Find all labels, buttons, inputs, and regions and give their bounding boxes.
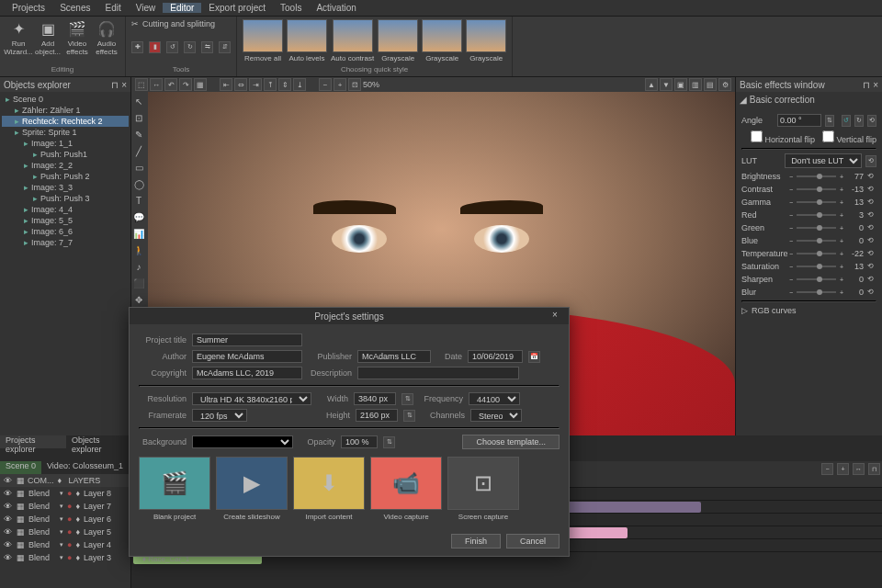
- angle-spinner[interactable]: ⇅: [825, 115, 834, 127]
- reset-icon[interactable]: ⟲: [867, 262, 876, 271]
- background-select[interactable]: [192, 435, 293, 448]
- tool-cut[interactable]: ✚: [131, 41, 143, 53]
- reset-icon[interactable]: ⟲: [867, 185, 876, 194]
- ct-zoom-out[interactable]: −: [319, 78, 332, 91]
- menu-activation[interactable]: Activation: [309, 3, 363, 13]
- ct-zoom-fit[interactable]: ⊡: [348, 78, 361, 91]
- st-text[interactable]: T: [131, 193, 146, 208]
- layer-row[interactable]: 👁▦Blend▾●♦Layer 8: [0, 487, 130, 500]
- tl-zoom-in[interactable]: +: [837, 463, 849, 475]
- basic-correction-header[interactable]: Basic correction: [750, 95, 815, 105]
- ct-layer-down[interactable]: ▼: [660, 78, 673, 91]
- layer-row[interactable]: 👁▦Blend▾●♦Layer 4: [0, 538, 130, 551]
- frequency-select[interactable]: 44100 Hz: [469, 392, 520, 405]
- ct-redo[interactable]: ↷: [179, 78, 192, 91]
- st-ellipse[interactable]: ◯: [131, 176, 146, 191]
- width-input[interactable]: [354, 392, 396, 405]
- ct-align-r[interactable]: ⇥: [249, 78, 262, 91]
- publisher-input[interactable]: [357, 350, 431, 363]
- tool-split[interactable]: ▮: [149, 41, 161, 53]
- tree-item[interactable]: ▸ Image: 4_4: [2, 204, 129, 215]
- opacity-spinner[interactable]: ⇅: [383, 436, 395, 448]
- tl-zoom-out[interactable]: −: [821, 463, 833, 475]
- st-move[interactable]: ✥: [131, 292, 146, 307]
- vflip-checkbox[interactable]: [822, 130, 834, 142]
- menu-edit[interactable]: Edit: [97, 3, 128, 13]
- blue-slider[interactable]: [797, 240, 836, 242]
- audio-effects-button[interactable]: 🎧Audio effects: [94, 19, 119, 56]
- st-tooltip[interactable]: 💬: [131, 209, 146, 224]
- layer-row[interactable]: 👁▦Blend▾●♦Layer 7: [0, 500, 130, 513]
- style-thumb-grayscale[interactable]: Grayscale: [378, 19, 418, 62]
- lut-reset-icon[interactable]: ⟲: [865, 155, 876, 167]
- projects-explorer-tab[interactable]: Projects explorer: [0, 435, 66, 448]
- st-audio[interactable]: ♪: [131, 259, 146, 274]
- video-tab[interactable]: Video: Colosseum_1: [41, 461, 129, 474]
- date-input[interactable]: [468, 350, 523, 363]
- rgb-curves-header[interactable]: RGB curves: [752, 306, 797, 315]
- layer-row[interactable]: 👁▦Blend▾●♦Layer 3: [0, 551, 130, 564]
- menu-scenes[interactable]: Scenes: [52, 3, 97, 13]
- object-tree[interactable]: ▸ Scene 0▸ Zähler: Zähler 1▸ Rechteck: R…: [0, 92, 130, 250]
- close-icon[interactable]: ×: [873, 80, 878, 90]
- ct-layout1[interactable]: ▣: [674, 78, 687, 91]
- red-slider[interactable]: [797, 214, 836, 216]
- menu-projects[interactable]: Projects: [5, 3, 52, 13]
- reset-icon[interactable]: ⟲: [867, 210, 876, 220]
- finish-button[interactable]: Finish: [451, 534, 501, 548]
- ct-move[interactable]: ↔: [150, 78, 163, 91]
- ct-align-t[interactable]: ⤒: [264, 78, 277, 91]
- eye-icon[interactable]: 👁: [4, 476, 13, 485]
- ct-zoom-in[interactable]: +: [334, 78, 346, 91]
- ct-align-c[interactable]: ⇔: [234, 78, 247, 91]
- copyright-input[interactable]: [192, 367, 302, 379]
- saturation-slider[interactable]: [797, 266, 836, 267]
- st-crop[interactable]: ⊡: [131, 110, 146, 125]
- add-object-button[interactable]: ▣Add object...: [35, 19, 61, 56]
- video-effects-button[interactable]: 🎬Video effects: [64, 19, 90, 56]
- ct-select[interactable]: ⬚: [135, 78, 148, 91]
- tl-fit[interactable]: ↔: [853, 463, 865, 475]
- width-spinner[interactable]: ⇅: [401, 393, 413, 405]
- tree-item[interactable]: ▸ Image: 2_2: [2, 160, 129, 171]
- reset-icon[interactable]: ⟲: [867, 249, 876, 258]
- sharpen-slider[interactable]: [797, 278, 836, 280]
- reset-icon[interactable]: ⟲: [867, 223, 876, 232]
- tree-item[interactable]: ▸ Push: Push 2: [2, 171, 129, 182]
- menu-view[interactable]: View: [129, 3, 164, 13]
- template-video-capture[interactable]: 📹Video capture: [370, 457, 442, 521]
- template-screen-capture[interactable]: ⊡Screen capture: [447, 457, 519, 521]
- ct-grid[interactable]: ▦: [194, 78, 207, 91]
- st-color[interactable]: ⬛: [131, 276, 146, 290]
- angle-input[interactable]: [777, 114, 821, 127]
- ct-undo[interactable]: ↶: [164, 78, 177, 91]
- st-brush[interactable]: ✎: [131, 127, 146, 141]
- opacity-input[interactable]: [341, 435, 378, 448]
- ct-layout2[interactable]: ▥: [689, 78, 702, 91]
- menu-tools[interactable]: Tools: [273, 3, 309, 13]
- pin-icon[interactable]: ⊓: [111, 80, 119, 90]
- reset-icon[interactable]: ⟲: [867, 275, 876, 284]
- tool-rotate-ccw[interactable]: ↺: [166, 41, 178, 53]
- tree-item[interactable]: ▸ Image: 5_5: [2, 215, 129, 226]
- blur-slider[interactable]: [797, 291, 836, 293]
- tree-item[interactable]: ▸ Sprite: Sprite 1: [2, 127, 129, 138]
- tree-item[interactable]: ▸ Image: 1_1: [2, 138, 129, 149]
- layer-row[interactable]: 👁▦Blend▾●♦Layer 6: [0, 513, 130, 526]
- template-blank-project[interactable]: 🎬Blank project: [139, 457, 210, 521]
- height-spinner[interactable]: ⇅: [403, 410, 415, 422]
- gamma-slider[interactable]: [797, 201, 836, 203]
- menu-export-project[interactable]: Export project: [201, 3, 273, 13]
- framerate-select[interactable]: 120 fps: [192, 409, 247, 422]
- st-chart[interactable]: 📊: [131, 226, 146, 241]
- ct-layer-up[interactable]: ▲: [645, 78, 658, 91]
- tree-item[interactable]: ▸ Image: 6_6: [2, 226, 129, 237]
- style-thumb-grayscale[interactable]: Grayscale: [422, 19, 462, 62]
- style-thumb-grayscale[interactable]: Grayscale: [466, 19, 506, 62]
- calendar-icon[interactable]: 📅: [528, 351, 540, 363]
- cancel-button[interactable]: Cancel: [506, 534, 560, 548]
- pin-icon[interactable]: ⊓: [863, 80, 870, 90]
- ct-align-m[interactable]: ⇕: [278, 78, 291, 91]
- tree-item[interactable]: ▸ Scene 0: [2, 94, 129, 105]
- tree-item[interactable]: ▸ Image: 7_7: [2, 237, 129, 248]
